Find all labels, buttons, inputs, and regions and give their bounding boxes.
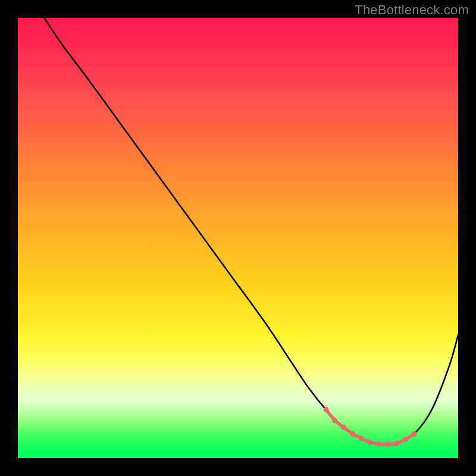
highlight-dot bbox=[359, 436, 364, 441]
plot-area bbox=[18, 18, 458, 458]
chart-container: TheBottleneck.com bbox=[0, 0, 476, 476]
highlight-dot bbox=[350, 431, 355, 437]
highlight-dot bbox=[341, 425, 346, 430]
highlight-dot bbox=[394, 441, 399, 446]
bottleneck-curve bbox=[44, 18, 458, 445]
watermark-text: TheBottleneck.com bbox=[355, 2, 469, 18]
highlight-dot bbox=[324, 407, 329, 412]
highlight-dot bbox=[368, 440, 373, 445]
highlight-markers bbox=[324, 407, 417, 447]
highlight-dot bbox=[332, 418, 337, 424]
curve-svg bbox=[18, 18, 458, 458]
highlight-dot bbox=[385, 442, 390, 447]
highlight-dot bbox=[376, 441, 381, 447]
highlight-dot bbox=[412, 431, 417, 437]
highlight-dot bbox=[403, 437, 408, 442]
